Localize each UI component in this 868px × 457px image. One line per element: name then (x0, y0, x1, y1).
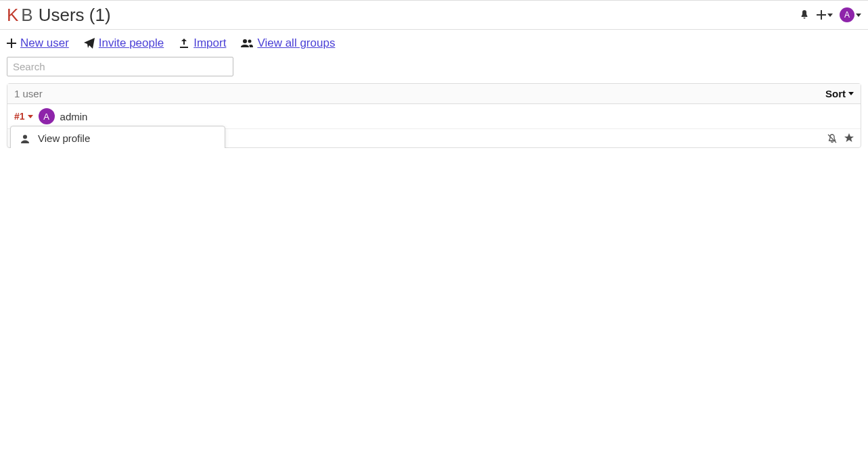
caret-down-icon (28, 115, 33, 118)
star-icon[interactable] (844, 133, 854, 144)
svg-point-1 (248, 40, 252, 43)
search-row (0, 57, 868, 83)
user-menu[interactable]: A (840, 7, 861, 22)
bell-slash-icon[interactable] (827, 133, 838, 144)
svg-point-0 (243, 39, 247, 43)
sort-label: Sort (825, 88, 846, 99)
plus-icon (7, 39, 16, 48)
page-title: Users (1) (39, 5, 111, 26)
new-user-link[interactable]: New user (7, 37, 69, 50)
upload-icon (179, 38, 189, 49)
svg-point-2 (23, 135, 27, 139)
user-count-label: 1 user (14, 88, 43, 99)
user-actions-dropdown: View profileEditAvatarChange passwordTwo… (10, 126, 225, 148)
user-icon (20, 134, 31, 143)
caret-down-icon (827, 14, 833, 17)
logo-k[interactable]: K (7, 5, 18, 26)
search-input[interactable] (7, 57, 233, 76)
user-id-label: #1 (14, 111, 25, 122)
users-icon (241, 39, 253, 48)
user-table: 1 user Sort #1 A admin View profileEditA… (7, 83, 861, 148)
invite-people-link[interactable]: Invite people (84, 37, 164, 50)
actions-row: New user Invite people Import View all g… (0, 30, 868, 57)
logo-b[interactable]: B (21, 5, 32, 26)
paper-plane-icon (84, 38, 95, 49)
avatar: A (840, 7, 854, 22)
view-groups-link[interactable]: View all groups (241, 37, 335, 50)
new-user-label: New user (20, 37, 69, 50)
topbar-right: A (799, 7, 861, 22)
add-menu[interactable] (817, 10, 833, 20)
topbar-left: KB Users (1) (7, 5, 111, 26)
menu-item-label: View profile (38, 133, 90, 144)
menu-item-view-profile[interactable]: View profile (11, 126, 225, 148)
caret-down-icon (848, 92, 854, 95)
sort-button[interactable]: Sort (825, 88, 854, 99)
table-header: 1 user Sort (7, 84, 861, 104)
user-row: #1 A admin View profileEditAvatarChange … (7, 104, 861, 128)
top-bar: KB Users (1) A (0, 0, 868, 30)
view-groups-label: View all groups (257, 37, 335, 50)
svg-line-15 (828, 135, 836, 143)
caret-down-icon (856, 14, 861, 17)
import-label: Import (193, 37, 226, 50)
import-link[interactable]: Import (179, 37, 226, 50)
user-id-dropdown[interactable]: #1 (14, 111, 33, 122)
user-name-label[interactable]: admin (60, 111, 88, 122)
user-avatar: A (39, 108, 55, 124)
invite-label: Invite people (99, 37, 164, 50)
bell-icon[interactable] (799, 9, 810, 20)
